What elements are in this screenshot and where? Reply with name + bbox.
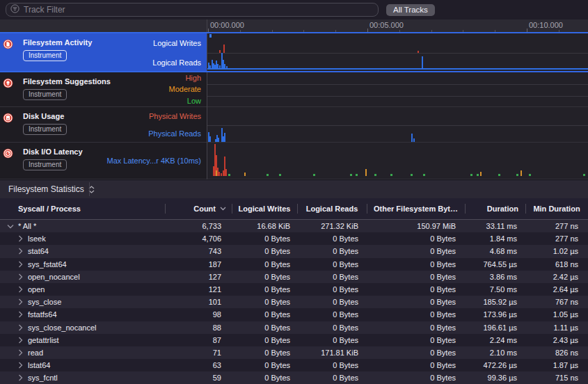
table-row[interactable]: sys_close_nocancel880 Bytes0 Bytes0 Byte… [0,321,588,334]
disclosure-collapsed-icon[interactable] [17,349,24,356]
cell-logical_writes: 0 Bytes [232,349,297,357]
cell-other_fs_bytes: 0 Bytes [367,323,465,332]
table-row[interactable]: sys_fstat641870 Bytes0 Bytes0 Bytes764.5… [0,258,588,271]
table-row[interactable]: sys_close1010 Bytes0 Bytes0 Bytes185.92 … [0,296,588,308]
cell-count: 121 [165,285,232,294]
cell-logical_writes: 0 Bytes [232,336,297,344]
cell-min_duration: 2.43 µs [525,336,588,344]
disclosure-collapsed-icon[interactable] [17,248,24,255]
track-disk-usage[interactable]: Disk UsageInstrumentPhysical WritesPhysi… [0,107,207,143]
track-filter-input[interactable]: Track Filter [6,3,379,17]
table-row[interactable]: open1210 Bytes0 Bytes0 Bytes7.50 ms2.64 … [0,283,588,296]
table-row[interactable]: sys_fcntl590 Bytes0 Bytes0 Bytes99.36 µs… [0,371,588,384]
column-header-logical-writes[interactable]: Logical Writes [232,198,297,219]
disclosure-collapsed-icon[interactable] [17,273,24,280]
cell-min_duration: 277 ns [525,234,588,243]
table-row[interactable]: stat647430 Bytes0 Bytes0 Bytes4.68 ms1.0… [0,245,588,257]
column-header-min-duration[interactable]: Min Duration [525,198,588,219]
table-row[interactable]: lseek4,7060 Bytes0 Bytes0 Bytes1.84 ms27… [0,232,588,245]
syscall-cell: fstatfs64 [0,310,165,319]
cell-logical_reads: 0 Bytes [297,323,367,332]
disclosure-collapsed-icon[interactable] [17,374,24,381]
syscall-cell: lstat64 [0,361,165,369]
track-chart-filesystem-suggestions[interactable] [207,72,588,107]
cell-logical_writes: 0 Bytes [232,234,297,243]
column-header-duration[interactable]: Duration [465,198,525,219]
cell-logical_reads: 0 Bytes [297,273,367,281]
disclosure-collapsed-icon[interactable] [17,235,24,242]
instrument-badge: Instrument [23,50,67,61]
track-disk-i-o-latency[interactable]: Disk I/O LatencyInstrumentMax Latency...… [0,143,207,179]
cell-logical_writes: 0 Bytes [232,361,297,369]
disclosure-collapsed-icon[interactable] [17,324,24,331]
track-chart-disk-i-o-latency[interactable] [207,143,588,179]
toolbar: Track Filter All Tracks [0,0,588,19]
column-header-syscall-process[interactable]: Syscall / Process [0,198,165,219]
cell-logical_reads: 0 Bytes [297,247,367,255]
cell-logical_writes: 0 Bytes [232,260,297,269]
channel-label-logical-reads: Logical Reads [152,53,201,72]
table-row[interactable]: * All *6,73316.68 KiB271.32 KiB150.97 Mi… [0,220,588,232]
cell-duration: 2.24 ms [465,336,525,344]
table-row[interactable]: getattrlist870 Bytes0 Bytes0 Bytes2.24 m… [0,334,588,346]
track-head-panel: Filesystem ActivityInstrumentLogical Wri… [0,33,207,179]
disclosure-collapsed-icon[interactable] [17,286,24,293]
cell-other_fs_bytes: 0 Bytes [367,234,465,243]
cell-other_fs_bytes: 0 Bytes [367,374,465,382]
sort-chevron-down-icon[interactable] [220,207,226,211]
table-row[interactable]: lstat64630 Bytes0 Bytes0 Bytes472.26 µs1… [0,359,588,371]
timeline-ruler[interactable]: 00:00.00000:05.00000:10.000 [0,19,588,33]
cell-other_fs_bytes: 0 Bytes [367,336,465,344]
track-filesystem-suggestions[interactable]: Filesystem SuggestionsInstrumentHighMode… [0,72,207,107]
track-chart-filesystem-activity[interactable] [207,33,588,72]
cell-logical_reads: 0 Bytes [297,374,367,382]
all-tracks-button[interactable]: All Tracks [386,4,435,16]
cell-duration: 764.55 µs [465,260,525,269]
cell-count: 59 [165,374,232,382]
cell-min_duration: 2.42 µs [525,273,588,281]
syscall-cell: * All * [0,222,165,230]
cell-logical_reads: 0 Bytes [297,234,367,243]
track-chart-disk-usage[interactable] [207,107,588,143]
track-chart-panel[interactable] [207,33,588,179]
channel-label-moderate: Moderate [169,83,201,95]
ruler-time-label: 00:10.000 [529,21,563,29]
track-name: Filesystem Suggestions [23,77,111,86]
header-divider [89,182,90,196]
cell-count: 6,733 [165,222,232,230]
cell-logical_writes: 16.68 KiB [232,222,297,230]
cell-duration: 472.26 µs [465,361,525,369]
panel-divider[interactable] [207,19,207,179]
syscall-cell: lseek [0,234,165,243]
table-row[interactable]: open_nocancel1270 Bytes0 Bytes0 Bytes3.8… [0,271,588,283]
cell-count: 127 [165,273,232,281]
column-header-other-filesystem-byt[interactable]: Other Filesystem Byt… [367,198,465,219]
cell-min_duration: 1.11 µs [525,323,588,332]
cell-min_duration: 1.87 µs [525,361,588,369]
track-name: Disk Usage [23,112,67,120]
disclosure-collapsed-icon[interactable] [17,311,24,318]
cell-duration: 173.96 µs [465,310,525,319]
column-header-count[interactable]: Count [165,198,232,219]
track-filesystem-activity[interactable]: Filesystem ActivityInstrumentLogical Wri… [0,33,207,72]
ruler-time-label: 00:00.000 [210,21,244,29]
disclosure-collapsed-icon[interactable] [17,298,24,305]
playhead-marker[interactable] [209,34,212,38]
table-row[interactable]: fstatfs64980 Bytes0 Bytes0 Bytes173.96 µ… [0,308,588,321]
cell-count: 98 [165,310,232,319]
cell-logical_reads: 0 Bytes [297,361,367,369]
cell-logical_reads: 0 Bytes [297,260,367,269]
table-row[interactable]: read710 Bytes171.81 KiB0 Bytes2.10 ms826… [0,346,588,359]
cell-min_duration: 277 ns [525,222,588,230]
disclosure-collapsed-icon[interactable] [17,261,24,268]
disclosure-collapsed-icon[interactable] [17,337,24,344]
cell-logical_writes: 0 Bytes [232,374,297,382]
cell-count: 88 [165,323,232,332]
cell-other_fs_bytes: 0 Bytes [367,298,465,306]
cell-other_fs_bytes: 0 Bytes [367,273,465,281]
disclosure-expanded-icon[interactable] [7,224,14,229]
detail-view-selector[interactable]: Filesystem Statistics [8,184,84,194]
disclosure-collapsed-icon[interactable] [17,362,24,369]
column-header-logical-reads[interactable]: Logical Reads [297,198,367,219]
cell-min_duration: 1.02 µs [525,247,588,255]
